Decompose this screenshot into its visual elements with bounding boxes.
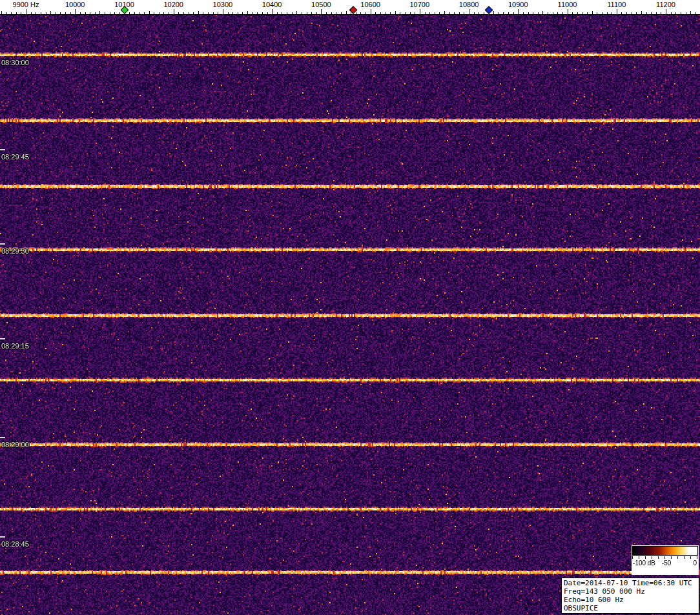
freq-minor-tick [356,12,356,14]
freq-minor-tick [85,12,86,14]
freq-tick-label: 10200 [163,1,183,8]
freq-minor-tick [316,12,317,14]
freq-minor-tick [612,12,612,14]
freq-minor-tick [523,12,524,14]
info-echo: Echo=10 600 Hz [564,596,697,604]
colorbar-mid-label: -50 [662,560,671,567]
freq-minor-tick [439,12,440,14]
freq-minor-tick [218,12,218,14]
freq-tick-label: 11000 [558,1,577,8]
freq-minor-tick [690,11,691,14]
freq-minor-tick [311,12,312,14]
freq-minor-tick [302,12,302,14]
freq-minor-tick [499,12,499,14]
freq-minor-tick [429,12,430,14]
freq-minor-tick [695,12,696,14]
freq-minor-tick [50,11,51,14]
freq-minor-tick [228,12,229,14]
freq-minor-tick [621,12,622,14]
freq-minor-tick [169,12,169,14]
freq-major-tick [272,9,273,14]
freq-minor-tick [149,11,150,14]
freq-minor-tick [252,12,253,14]
freq-minor-tick [444,11,445,14]
freq-minor-tick [636,12,637,14]
freq-major-tick [666,9,666,14]
freq-minor-tick [247,11,248,14]
freq-minor-tick [602,12,602,14]
freq-minor-tick [277,12,278,14]
freq-major-tick [617,9,617,14]
freq-minor-tick [675,12,676,14]
freq-minor-tick [90,12,90,14]
freq-minor-tick [336,12,336,14]
freq-minor-tick [538,12,539,14]
freq-minor-tick [144,12,145,14]
info-date-time: Date=2014-07-10 Time=06:30 UTC [564,579,697,587]
freq-minor-tick [557,12,558,14]
freq-major-tick [518,9,519,14]
freq-tick-label: 10900 [508,1,528,8]
freq-minor-tick [553,12,553,14]
freq-minor-tick [193,12,194,14]
freq-minor-tick [119,12,120,14]
freq-minor-tick [159,12,160,14]
freq-major-tick [75,9,76,14]
info-frequency: Freq=143 050 000 Hz [564,587,697,596]
freq-minor-tick [292,12,293,14]
freq-minor-tick [380,12,381,14]
freq-minor-tick [386,12,386,14]
freq-minor-tick [198,11,199,14]
freq-minor-tick [542,11,543,14]
freq-minor-tick [548,12,548,14]
blue-frequency-marker-icon[interactable] [484,6,493,14]
freq-minor-tick [661,12,661,14]
freq-minor-tick [474,12,475,14]
freq-tick-label: 10000 [65,1,85,8]
freq-minor-tick [484,12,484,14]
freq-minor-tick [656,12,657,14]
freq-minor-tick [641,11,642,14]
freq-minor-tick [513,12,514,14]
freq-minor-tick [454,12,455,14]
freq-major-tick [420,9,420,14]
waterfall-canvas[interactable] [0,15,700,615]
freq-minor-tick [262,12,263,14]
freq-minor-tick [435,12,435,14]
freq-minor-tick [587,12,588,14]
freq-minor-tick [56,12,56,14]
freq-minor-tick [287,12,287,14]
freq-minor-tick [60,12,61,14]
freq-minor-tick [410,12,411,14]
freq-minor-tick [651,12,652,14]
freq-minor-tick [415,12,415,14]
freq-minor-tick [282,12,282,14]
freq-minor-tick [365,12,366,14]
freq-minor-tick [129,12,130,14]
freq-minor-tick [671,12,672,14]
freq-minor-tick [267,12,268,14]
freq-minor-tick [139,12,139,14]
freq-minor-tick [503,12,504,14]
freq-minor-tick [21,12,21,14]
freq-minor-tick [626,12,627,14]
freq-minor-tick [686,12,686,14]
info-station: OBSUPICE [564,604,697,612]
freq-minor-tick [105,12,105,14]
freq-minor-tick [296,11,297,14]
freq-minor-tick [36,12,36,14]
freq-minor-tick [46,12,46,14]
freq-major-tick [568,9,568,14]
freq-minor-tick [307,12,307,14]
freq-minor-tick [425,12,426,14]
colorbar-labels: -100 dB -50 0 [632,559,698,568]
freq-minor-tick [331,12,332,14]
freq-minor-tick [572,12,573,14]
freq-major-tick [321,9,322,14]
freq-minor-tick [395,11,396,14]
freq-minor-tick [134,12,135,14]
freq-minor-tick [257,12,258,14]
freq-minor-tick [178,12,179,14]
freq-minor-tick [114,12,115,14]
spectrogram-view: 9900 Hz100001010010200103001040010500106… [0,0,700,615]
